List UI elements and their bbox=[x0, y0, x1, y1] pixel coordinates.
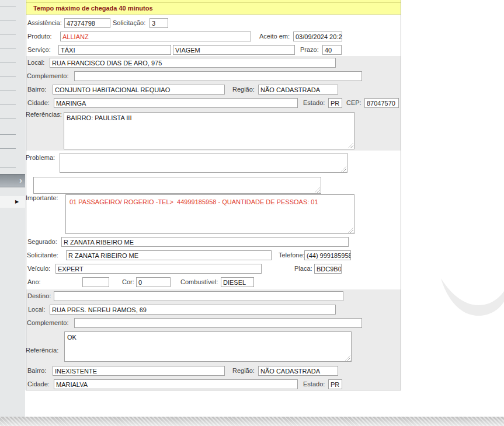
sidebar-divider bbox=[0, 134, 16, 135]
sidebar-divider bbox=[0, 48, 16, 48]
resize-grip-icon[interactable] bbox=[345, 355, 350, 361]
assistance-form-screen: { "header": { "title": "Tempo máximo de … bbox=[0, 0, 504, 426]
produto-input[interactable]: ALLIANZ bbox=[60, 32, 251, 41]
sidebar-divider bbox=[0, 118, 16, 118]
placa-label: Placa: bbox=[294, 264, 312, 274]
ano-input[interactable] bbox=[82, 277, 109, 287]
chevron-right-icon: › bbox=[19, 175, 22, 186]
placa-input[interactable]: BDC9B03 bbox=[314, 264, 342, 274]
destino-regiao-label: Região: bbox=[232, 366, 255, 376]
observacao-textarea[interactable] bbox=[33, 177, 321, 194]
problema-label: Problema: bbox=[26, 153, 55, 163]
estado-label: Estado: bbox=[303, 98, 325, 108]
cor-label: Cor: bbox=[122, 277, 134, 287]
destino-referencia-label: Referência: bbox=[26, 345, 58, 355]
destino-regiao-input[interactable]: NÃO CADASTRADA bbox=[258, 366, 338, 376]
resize-grip-icon[interactable] bbox=[315, 187, 320, 193]
expand-sidebar-button[interactable]: › bbox=[0, 174, 25, 187]
destino-local-label: Local: bbox=[28, 305, 45, 315]
destino-cidade-input[interactable]: MARIALVA bbox=[54, 379, 298, 389]
assistencia-label: Assistência: bbox=[27, 18, 62, 28]
solicitante-label: Solicitante: bbox=[27, 250, 58, 260]
sidebar-divider bbox=[0, 34, 16, 34]
combustivel-input[interactable]: DIESEL bbox=[221, 277, 254, 287]
prazo-input[interactable]: 40 bbox=[322, 45, 342, 55]
resize-grip-icon[interactable] bbox=[348, 143, 353, 148]
sidebar-divider bbox=[0, 6, 16, 6]
collapsed-left-panel: › ▶ bbox=[0, 0, 25, 417]
destino-local-input[interactable]: RUA PRES. NEREU RAMOS, 69 bbox=[50, 305, 336, 315]
window-bottom-bar bbox=[0, 417, 504, 426]
veiculo-input[interactable]: EXPERT bbox=[55, 264, 262, 274]
destino-complemento-label: Complemento: bbox=[27, 318, 69, 328]
servico-tipo-input[interactable]: VIAGEM bbox=[173, 45, 295, 55]
estado-input[interactable]: PR bbox=[328, 98, 342, 108]
sidebar-divider bbox=[0, 76, 16, 76]
destino-complemento-input[interactable] bbox=[74, 318, 362, 328]
prazo-label: Prazo: bbox=[300, 45, 319, 55]
cidade-input[interactable]: MARINGA bbox=[54, 98, 298, 108]
importante-label: Importante: bbox=[26, 193, 58, 203]
resize-grip-icon[interactable] bbox=[348, 228, 353, 233]
destino-label: Destino: bbox=[27, 291, 51, 301]
destino-estado-input[interactable]: PR bbox=[328, 379, 342, 389]
servico-label: Serviço: bbox=[27, 45, 51, 55]
sidebar-divider bbox=[0, 90, 16, 90]
sidebar-divider bbox=[0, 62, 16, 62]
bairro-input[interactable]: CONJUNTO HABITACIONAL REQUIAO bbox=[53, 85, 225, 95]
banner-divider bbox=[26, 2, 401, 3]
destino-input[interactable] bbox=[54, 291, 343, 301]
telefone-label: Telefone: bbox=[279, 250, 305, 260]
problema-textarea[interactable] bbox=[60, 153, 347, 173]
combustivel-label: Combustível: bbox=[180, 277, 218, 287]
referencias-label: Referências: bbox=[26, 110, 62, 120]
importante-textarea[interactable]: 01 PASSAGEIRO/ ROGERIO -TEL> 44999185958… bbox=[65, 194, 354, 234]
banner-title: Tempo máximo de chegada 40 minutos bbox=[33, 5, 153, 12]
ano-label: Ano: bbox=[27, 277, 41, 287]
assistencia-input[interactable]: 47374798 bbox=[64, 18, 110, 28]
destino-cidade-label: Cidade: bbox=[27, 379, 50, 389]
aceito-em-label: Aceito em: bbox=[259, 32, 290, 41]
sidebar-divider bbox=[0, 148, 16, 149]
local-input[interactable]: RUA FRANCISCO DIAS DE ARO, 975 bbox=[50, 58, 336, 68]
solicitacao-input[interactable]: 3 bbox=[150, 18, 168, 28]
cep-label: CEP: bbox=[346, 98, 362, 108]
resize-grip-icon[interactable] bbox=[341, 166, 346, 172]
referencias-textarea[interactable]: BAIRRO: PAULISTA III bbox=[64, 112, 354, 149]
telefone-input[interactable]: (44) 999185958 bbox=[304, 250, 351, 260]
cidade-label: Cidade: bbox=[27, 98, 50, 108]
sidebar-divider bbox=[0, 20, 16, 20]
sidebar-divider bbox=[0, 104, 16, 104]
sidebar-divider bbox=[0, 167, 16, 167]
segurado-label: Segurado: bbox=[27, 237, 57, 247]
watermark-swoosh bbox=[433, 271, 504, 325]
destino-bairro-label: Bairro: bbox=[27, 366, 46, 376]
segurado-input[interactable]: R ZANATA RIBEIRO ME bbox=[61, 237, 349, 247]
aceito-em-input[interactable]: 03/09/2024 20:24 bbox=[293, 32, 342, 41]
veiculo-label: Veículo: bbox=[27, 264, 50, 274]
cor-input[interactable]: 0 bbox=[136, 277, 171, 287]
arrival-time-banner: Tempo máximo de chegada 40 minutos bbox=[26, 0, 401, 15]
bairro-label: Bairro: bbox=[27, 85, 46, 95]
splitter-arrow-icon[interactable]: ▶ bbox=[15, 199, 19, 205]
panel-splitter-strip: ▶ bbox=[0, 196, 25, 208]
cep-input[interactable]: 87047570 bbox=[364, 98, 399, 108]
solicitacao-label: Solicitação: bbox=[113, 18, 145, 28]
destino-bairro-input[interactable]: INEXISTENTE bbox=[53, 366, 225, 376]
complemento-label: Complemento: bbox=[27, 71, 69, 81]
regiao-label: Região: bbox=[232, 85, 255, 95]
local-label: Local: bbox=[27, 58, 44, 68]
destino-referencia-textarea[interactable]: OK bbox=[64, 331, 352, 362]
regiao-input[interactable]: NÃO CADASTRADA bbox=[258, 85, 338, 95]
destino-estado-label: Estado: bbox=[303, 379, 325, 389]
complemento-input[interactable] bbox=[74, 71, 362, 81]
produto-label: Produto: bbox=[27, 32, 52, 41]
servico-input[interactable]: TÁXI bbox=[58, 45, 171, 55]
solicitante-input[interactable]: R ZANATA RIBEIRO ME bbox=[66, 250, 272, 260]
